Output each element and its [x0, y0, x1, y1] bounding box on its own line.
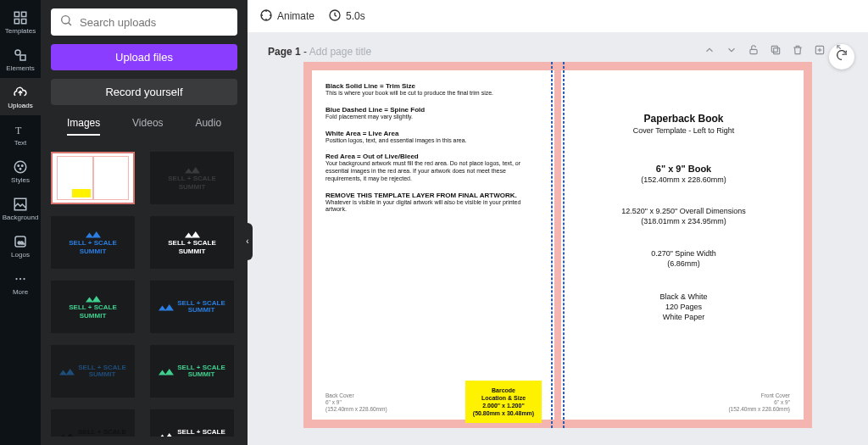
- rail-item-templates[interactable]: Templates: [0, 3, 41, 41]
- svg-marker-25: [86, 298, 93, 303]
- tab-audio[interactable]: Audio: [195, 117, 221, 136]
- media-tabs: Images Videos Audio: [51, 114, 237, 143]
- text-icon: T: [13, 122, 28, 137]
- svg-point-15: [19, 277, 21, 279]
- rail-item-more[interactable]: More: [0, 264, 41, 302]
- upload-thumb[interactable]: SELL + SCALESUMMIT: [51, 345, 135, 398]
- record-yourself-button[interactable]: Record yourself: [51, 79, 237, 105]
- svg-point-9: [22, 164, 24, 166]
- rail-item-styles[interactable]: Styles: [0, 153, 41, 190]
- tab-images[interactable]: Images: [67, 117, 100, 136]
- move-up-button[interactable]: [704, 44, 715, 58]
- lock-button[interactable]: [748, 44, 760, 58]
- svg-marker-36: [165, 433, 175, 437]
- svg-text:co.: co.: [18, 240, 25, 245]
- delete-button[interactable]: [792, 44, 804, 58]
- svg-rect-3: [22, 19, 26, 23]
- svg-rect-40: [774, 48, 780, 54]
- svg-marker-27: [159, 306, 166, 311]
- upload-thumb[interactable]: SELL + SCALESUMMIT: [51, 409, 135, 437]
- svg-marker-28: [165, 304, 175, 311]
- svg-point-8: [18, 164, 19, 166]
- upload-thumb[interactable]: SELL + SCALESUMMIT: [51, 216, 135, 269]
- spine-area: [552, 70, 564, 420]
- duration-button[interactable]: 5.0s: [328, 8, 365, 25]
- svg-marker-22: [92, 231, 101, 238]
- rail-item-background[interactable]: Background: [0, 190, 41, 227]
- svg-marker-31: [159, 370, 166, 375]
- svg-line-45: [837, 46, 841, 49]
- tab-videos[interactable]: Videos: [132, 117, 163, 136]
- svg-rect-1: [22, 12, 26, 16]
- svg-marker-34: [66, 433, 75, 437]
- rail-label: Styles: [11, 176, 30, 184]
- svg-marker-32: [165, 369, 175, 375]
- canvas-wrap: Page 1 - Add page title Black Solid Li: [248, 32, 868, 445]
- side-panel: Upload files Record yourself Images Vide…: [41, 0, 248, 445]
- animate-button[interactable]: Animate: [259, 8, 314, 25]
- clock-icon: [328, 8, 342, 25]
- rail-label: Logos: [11, 251, 30, 259]
- svg-point-7: [14, 161, 26, 173]
- upload-thumb[interactable]: SELL + SCALESUMMIT: [150, 152, 234, 204]
- upload-thumb[interactable]: SELL + SCALESUMMIT: [150, 281, 234, 333]
- svg-line-46: [843, 51, 846, 54]
- svg-rect-2: [14, 19, 19, 23]
- svg-marker-20: [191, 167, 200, 174]
- expand-button[interactable]: [836, 44, 848, 58]
- svg-point-10: [19, 168, 21, 170]
- upload-thumb[interactable]: SELL + SCALESUMMIT: [51, 281, 135, 333]
- rail-label: Text: [14, 139, 27, 147]
- svg-marker-33: [59, 435, 67, 437]
- svg-marker-30: [66, 369, 75, 375]
- svg-marker-19: [185, 169, 192, 174]
- upload-thumb[interactable]: SELL + SCALESUMMIT: [150, 216, 234, 269]
- add-page-button[interactable]: [814, 44, 826, 58]
- page-controls: [704, 44, 848, 58]
- rail-label: More: [13, 288, 28, 296]
- svg-marker-26: [92, 296, 101, 303]
- more-icon: [13, 271, 28, 286]
- main-area: ‹ Animate 5.0s Page 1 - Add page title: [248, 0, 868, 445]
- svg-marker-21: [86, 233, 93, 238]
- rail-label: Templates: [5, 27, 36, 35]
- uploads-icon: [13, 85, 28, 100]
- upload-thumb[interactable]: SELL + SCALESUMMIT: [150, 345, 234, 398]
- uploads-grid: SELL + SCALESUMMIT SELL + SCALESUMMIT SE…: [51, 152, 237, 437]
- svg-point-17: [62, 16, 70, 24]
- svg-marker-35: [159, 435, 166, 437]
- search-input[interactable]: [80, 16, 229, 29]
- front-cover-area: Paperback Book Cover Template - Left to …: [564, 70, 804, 420]
- rail-item-text[interactable]: T Text: [0, 115, 41, 153]
- rail-label: Elements: [6, 64, 34, 72]
- upload-files-button[interactable]: Upload files: [51, 44, 237, 70]
- rail-item-uploads[interactable]: Uploads: [0, 78, 41, 115]
- page-title-input[interactable]: Add page title: [309, 46, 371, 58]
- page-number: Page 1: [268, 46, 301, 58]
- styles-icon: [13, 159, 28, 175]
- svg-rect-39: [750, 49, 757, 53]
- rail-item-elements[interactable]: Elements: [0, 41, 41, 78]
- upload-thumb[interactable]: SELL + SCALESUMMIT: [150, 409, 234, 437]
- move-down-button[interactable]: [726, 44, 737, 58]
- topbar: Animate 5.0s: [248, 0, 868, 32]
- svg-rect-41: [771, 46, 777, 52]
- rail-label: Background: [3, 214, 39, 221]
- duration-label: 5.0s: [346, 10, 365, 22]
- search-icon: [59, 14, 73, 31]
- animate-label: Animate: [277, 10, 314, 22]
- rail-item-logos[interactable]: co. Logos: [0, 227, 41, 264]
- templates-icon: [13, 10, 28, 25]
- upload-thumb[interactable]: [51, 152, 135, 204]
- barcode-box: Barcode Location & Size 2.000" x 1.200" …: [465, 381, 542, 423]
- search-box[interactable]: [51, 8, 237, 36]
- logos-icon: co.: [13, 234, 28, 249]
- front-cover-footer: Front Cover 6" x 9" (152.40mm x 228.60mm…: [728, 392, 790, 413]
- duplicate-button[interactable]: [770, 44, 782, 58]
- design-canvas[interactable]: Black Solid Line = Trim SizeThis is wher…: [303, 62, 812, 428]
- svg-rect-5: [20, 55, 25, 60]
- svg-marker-29: [59, 370, 67, 375]
- svg-marker-24: [191, 231, 200, 238]
- svg-rect-0: [14, 12, 19, 16]
- svg-point-4: [15, 50, 20, 55]
